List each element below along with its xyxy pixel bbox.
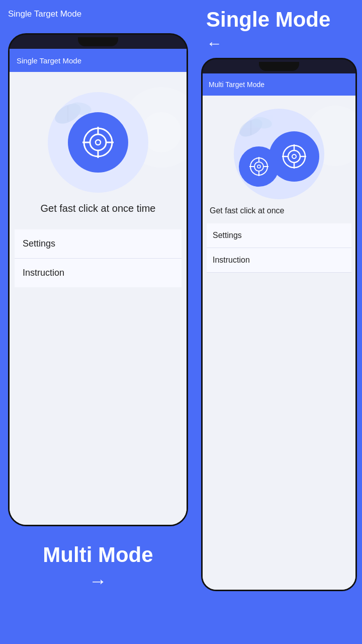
right-arrow-icon: → (89, 571, 107, 592)
description-text-right: Get fast click at once (207, 206, 351, 215)
left-panel: Single Target Mode Single Target Mode (0, 0, 196, 644)
screen-content-right: Get fast click at once Settings Instruct… (203, 96, 355, 590)
icon-area-right (234, 109, 324, 199)
phone-notch-left (10, 35, 187, 49)
phone-screen-left: Single Target Mode (10, 49, 187, 525)
screen-header-left-title: Single Target Mode (17, 56, 81, 65)
target-small (239, 146, 279, 187)
target-icon-left (68, 112, 128, 173)
screen-content-left: Get fast click at once time Settings Ins… (10, 72, 187, 525)
phone-mockup-right: Multi Target Mode (201, 58, 357, 591)
menu-item-settings-right[interactable]: Settings (207, 223, 351, 248)
crosshair-small-icon (248, 155, 270, 178)
back-arrow-row: ← (206, 34, 352, 53)
right-top-section: Single Mode ← (196, 0, 362, 58)
icon-area-left (48, 92, 148, 193)
dual-target-icon (239, 121, 319, 187)
notch-bump (78, 37, 118, 46)
crosshair-icon (80, 125, 116, 160)
right-panel: Single Mode ← Multi Target Mode (196, 0, 362, 644)
screen-header-right-title: Multi Target Mode (209, 80, 264, 89)
phone-mockup-left: Single Target Mode (8, 33, 188, 526)
description-text-left: Get fast click at once time (36, 203, 161, 214)
menu-item-settings-left[interactable]: Settings (15, 229, 182, 259)
left-top-bar-title: Single Target Mode (8, 9, 81, 19)
svg-point-22 (257, 165, 260, 168)
left-bottom: Multi Mode → (0, 531, 196, 607)
single-mode-title: Single Mode (206, 8, 352, 31)
crosshair-large-icon (280, 142, 308, 171)
svg-point-4 (90, 134, 106, 150)
svg-point-21 (254, 162, 263, 171)
svg-point-5 (96, 140, 101, 145)
notch-bump-right (259, 62, 299, 71)
arrow-row-left: → (89, 571, 107, 592)
menu-item-instruction-left[interactable]: Instruction (15, 259, 182, 287)
phone-screen-right: Multi Target Mode (203, 73, 355, 590)
multi-mode-label: Multi Mode (43, 543, 153, 567)
phone-notch-right (203, 59, 355, 73)
menu-item-instruction-right[interactable]: Instruction (207, 248, 351, 273)
svg-point-14 (288, 150, 300, 163)
screen-header-right: Multi Target Mode (203, 73, 355, 96)
left-top-bar: Single Target Mode (0, 0, 196, 28)
screen-header-left: Single Target Mode (10, 49, 187, 72)
left-arrow-icon[interactable]: ← (206, 34, 222, 53)
svg-point-15 (292, 154, 296, 158)
